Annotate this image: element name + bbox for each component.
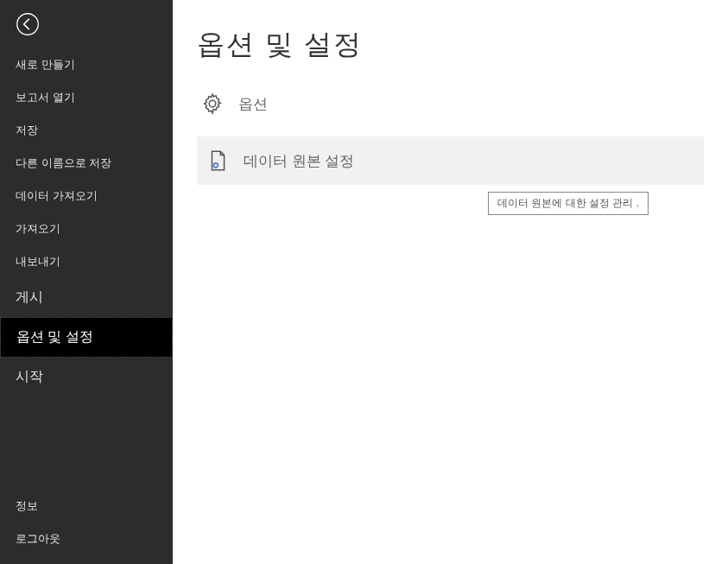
- sidebar-bottom: 정보 로그아웃: [0, 490, 173, 564]
- sidebar-item-save-as[interactable]: 다른 이름으로 저장: [0, 147, 173, 180]
- options-button[interactable]: 옵션: [197, 85, 704, 123]
- options-label: 옵션: [238, 94, 268, 114]
- sidebar-item-open-report[interactable]: 보고서 열기: [0, 81, 173, 114]
- main-content: 옵션 및 설정 옵션 데이터 원본 설정 데이터 원본에 대한 설정 관리 .: [173, 0, 728, 564]
- sidebar-item-start[interactable]: 시작: [0, 358, 173, 396]
- sidebar-item-options-settings[interactable]: 옵션 및 설정: [0, 317, 173, 358]
- sidebar-item-save[interactable]: 저장: [0, 114, 173, 147]
- sidebar-item-new[interactable]: 새로 만들기: [0, 48, 173, 81]
- data-source-label: 데이터 원본 설정: [244, 151, 354, 171]
- sidebar-item-logout[interactable]: 로그아웃: [0, 523, 173, 555]
- sidebar-item-info[interactable]: 정보: [0, 490, 173, 523]
- sidebar-spacer: [0, 396, 173, 490]
- gear-icon: [200, 92, 225, 116]
- back-button[interactable]: [12, 9, 43, 40]
- sidebar-item-publish[interactable]: 게시: [0, 278, 173, 317]
- sidebar-items: 새로 만들기 보고서 열기 저장 다른 이름으로 저장 데이터 가져오기 가져오…: [0, 48, 173, 564]
- sidebar-item-get-data[interactable]: 데이터 가져오기: [0, 180, 173, 212]
- document-gear-icon: [206, 149, 230, 173]
- page-title: 옵션 및 설정: [197, 26, 704, 64]
- data-source-settings-button[interactable]: 데이터 원본 설정: [197, 136, 704, 185]
- svg-point-0: [17, 14, 39, 35]
- back-arrow-icon: [16, 12, 40, 36]
- sidebar-item-export[interactable]: 내보내기: [0, 245, 173, 278]
- tooltip: 데이터 원본에 대한 설정 관리 .: [488, 192, 649, 215]
- sidebar: 새로 만들기 보고서 열기 저장 다른 이름으로 저장 데이터 가져오기 가져오…: [0, 0, 173, 564]
- sidebar-item-import[interactable]: 가져오기: [0, 212, 173, 245]
